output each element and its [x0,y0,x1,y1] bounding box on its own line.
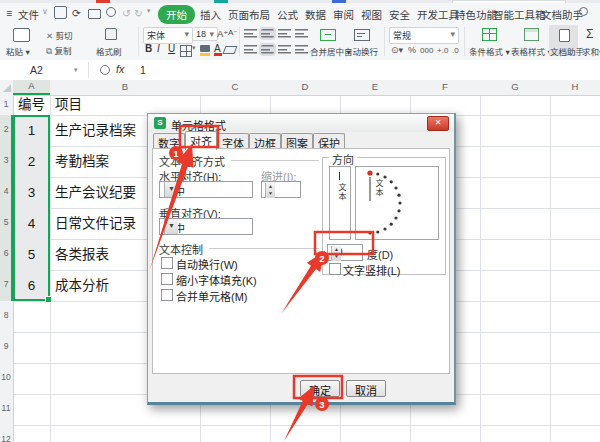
tab-insert[interactable]: 插入 [200,7,221,22]
row-header[interactable]: 6 [0,248,12,258]
zoom-formula-icon[interactable] [100,65,110,75]
underline-button[interactable]: U [168,43,175,54]
file-menu[interactable]: 文件 [18,7,39,22]
preview-icon[interactable] [106,7,116,19]
bold-button[interactable]: B [145,43,152,54]
currency-icon[interactable]: ⊙▾ [391,45,403,55]
row-header[interactable]: 2 [0,124,12,134]
redo-icon[interactable]: ↻ [134,7,143,19]
align-top-icon[interactable] [244,29,257,38]
cell-b5[interactable]: 日常文件记录 [55,208,136,239]
spinner-arrows-icon[interactable]: ▲▼ [265,183,275,198]
table-style-button[interactable]: 表格样式 ▾ [511,45,552,57]
tab-security[interactable]: 安全 [389,7,410,22]
tab-page-layout[interactable]: 页面布局 [228,7,270,22]
row-header[interactable]: 5 [0,217,12,227]
hamburger-icon[interactable]: ≡ [6,7,12,19]
cell-b7[interactable]: 成本分析 [55,270,109,301]
wrap-text-checkbox-label[interactable]: 自动换行(W) [176,256,238,272]
formula-value[interactable]: 1 [140,64,146,76]
wrap-text-button[interactable]: 自动换行 [344,45,378,57]
cell-a1[interactable]: 编号 [13,95,50,115]
horizontal-align-dropdown[interactable]: 居中▼ [159,181,253,198]
row-header[interactable]: 12 [0,434,12,442]
dialog-tab-alignment[interactable]: 对齐 [185,131,217,150]
cell-b2[interactable]: 生产记录档案 [55,115,136,146]
save-icon[interactable] [54,6,67,21]
column-header[interactable]: E [340,81,410,92]
shrink-to-fit-checkbox-label[interactable]: 缩小字体填充(K) [176,272,257,288]
font-size-combo[interactable]: ▾18 [192,27,218,41]
column-header[interactable]: D [270,81,340,92]
column-header[interactable]: F [410,81,480,92]
conditional-format-button[interactable]: 条件格式 ▾ [469,45,510,57]
align-right-icon[interactable] [278,45,291,54]
tab-special-features[interactable]: 特色功能 [455,7,497,22]
merge-cells-checkbox-label[interactable]: 合并单元格(M) [176,288,248,304]
row-header[interactable]: 7 [0,279,12,289]
row-header[interactable]: 4 [0,186,12,196]
align-bottom-icon[interactable] [278,29,291,38]
degrees-spinner[interactable]: 90▲▼ [327,244,363,261]
orientation-dial[interactable]: 文本 [355,166,439,240]
font-name-combo[interactable]: ▾宋体 [143,27,193,44]
export-icon[interactable]: ⟳ [72,7,81,19]
cell-b3[interactable]: 考勤档案 [55,146,109,177]
cell-a3[interactable]: 2 [13,146,50,177]
tab-doc-assistant[interactable]: 文档助手 [541,7,583,22]
cell-a6[interactable]: 5 [13,239,50,270]
search-icon[interactable] [579,6,588,18]
decrease-decimal-icon[interactable]: .0 [452,46,459,55]
row-header[interactable]: 11 [0,403,12,413]
sum-button[interactable]: 求和▾ [582,45,600,57]
cell-b6[interactable]: 各类报表 [55,239,109,270]
cell-a7[interactable]: 6 [13,270,50,301]
tab-view[interactable]: 视图 [361,7,382,22]
fx-icon[interactable]: fx [116,63,124,75]
column-header[interactable]: B [50,81,200,92]
increase-decimal-icon[interactable]: +.0 [437,46,448,55]
format-painter-button[interactable]: 格式刷 [96,45,122,57]
tab-home[interactable]: 开始 [158,5,195,24]
row-header[interactable]: 10 [0,372,12,382]
cancel-button[interactable]: 取消 [346,380,386,397]
cell-b4[interactable]: 生产会议纪要 [55,177,136,208]
cell-a2[interactable]: 1 [13,115,50,146]
tab-developer[interactable]: 开发工具 [417,7,459,22]
tab-formulas[interactable]: 公式 [277,7,298,22]
caret-icon[interactable]: ▾ [147,7,151,15]
cell-b1[interactable]: 项目 [55,95,82,115]
increase-font-icon[interactable]: A⁺ [217,28,228,39]
row-header[interactable]: 8 [0,310,12,320]
name-box-dropdown-icon[interactable]: ▾ [74,66,78,74]
decrease-indent-icon[interactable] [295,29,308,38]
vertical-text-checkbox-label[interactable]: 文字竖排(L) [343,262,400,278]
undo-icon[interactable]: ↺ [122,7,131,19]
percent-icon[interactable]: % [408,45,416,55]
align-center-icon[interactable] [261,45,274,54]
thousand-separator-icon[interactable]: 000 [420,46,433,55]
merge-cells-checkbox[interactable] [161,289,173,301]
column-header-a-selected[interactable]: A [13,80,50,95]
shrink-to-fit-checkbox[interactable] [161,273,173,285]
tab-review[interactable]: 审阅 [333,7,354,22]
vertical-text-sample[interactable]: 文本 [329,166,351,240]
fill-color-icon[interactable] [200,45,210,52]
vertical-align-dropdown[interactable]: 居中▼ [159,218,253,235]
number-format-combo[interactable]: ▾常规 [389,27,459,44]
justify-icon[interactable] [295,45,308,54]
column-header[interactable]: H [550,81,600,92]
wrap-text-checkbox[interactable] [161,257,173,269]
name-box[interactable]: A2 [30,64,43,76]
decrease-font-icon[interactable]: A⁻ [228,28,238,37]
print-icon[interactable] [88,6,101,21]
ok-button[interactable]: 确定 [300,380,340,397]
copy-button[interactable]: ⧉ 复制 [46,44,71,57]
spinner-arrows-icon[interactable]: ▲▼ [331,246,341,261]
close-icon[interactable]: ✕ [427,116,449,131]
cut-button[interactable]: ✕ 剪切 [46,29,73,41]
indent-spinner[interactable]: 0▲▼ [261,181,301,198]
tab-data[interactable]: 数据 [305,7,326,22]
row-header[interactable]: 9 [0,341,12,351]
paste-button[interactable]: 粘贴 ▾ [6,45,30,57]
